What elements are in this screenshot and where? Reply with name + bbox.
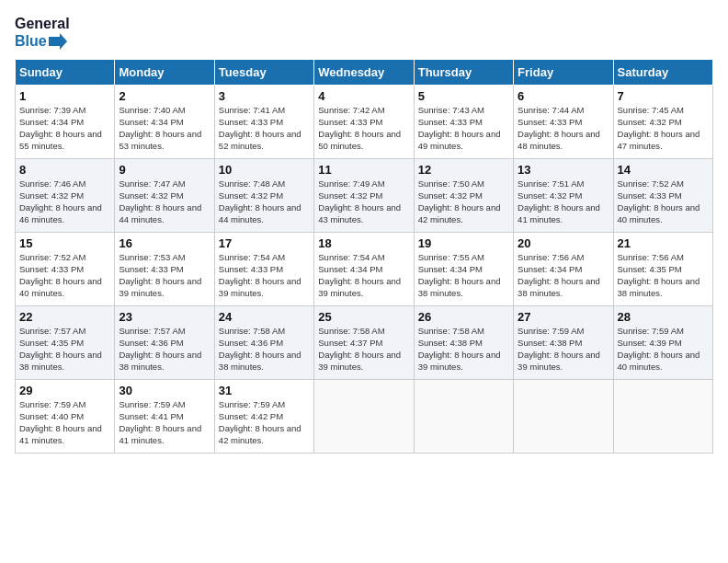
- day-number: 29: [19, 384, 110, 397]
- cell-info: Sunrise: 7:57 AMSunset: 4:35 PMDaylight:…: [19, 326, 110, 373]
- calendar-cell: 22Sunrise: 7:57 AMSunset: 4:35 PMDayligh…: [16, 306, 115, 380]
- calendar-cell: 29Sunrise: 7:59 AMSunset: 4:40 PMDayligh…: [16, 380, 115, 454]
- day-number: 21: [618, 236, 709, 250]
- cell-info: Sunrise: 7:50 AMSunset: 4:32 PMDaylight:…: [418, 178, 509, 225]
- day-header-wednesday: Wednesday: [314, 60, 414, 86]
- calendar-cell: 25Sunrise: 7:58 AMSunset: 4:37 PMDayligh…: [314, 306, 414, 380]
- day-number: 20: [518, 236, 609, 250]
- calendar-cell: 23Sunrise: 7:57 AMSunset: 4:36 PMDayligh…: [115, 306, 214, 380]
- day-number: 24: [219, 310, 310, 324]
- cell-info: Sunrise: 7:59 AMSunset: 4:40 PMDaylight:…: [19, 399, 110, 446]
- cell-info: Sunrise: 7:39 AMSunset: 4:34 PMDaylight:…: [19, 105, 110, 152]
- day-number: 3: [219, 89, 310, 103]
- day-number: 15: [19, 236, 110, 250]
- day-header-tuesday: Tuesday: [214, 60, 313, 86]
- day-number: 6: [518, 89, 609, 103]
- day-number: 14: [618, 163, 709, 177]
- cell-info: Sunrise: 7:44 AMSunset: 4:33 PMDaylight:…: [518, 105, 609, 152]
- cell-info: Sunrise: 7:59 AMSunset: 4:42 PMDaylight:…: [219, 399, 310, 446]
- calendar-cell: 19Sunrise: 7:55 AMSunset: 4:34 PMDayligh…: [414, 233, 513, 306]
- cell-info: Sunrise: 7:45 AMSunset: 4:32 PMDaylight:…: [618, 105, 709, 152]
- week-row-5: 29Sunrise: 7:59 AMSunset: 4:40 PMDayligh…: [16, 380, 713, 454]
- calendar-cell: 2Sunrise: 7:40 AMSunset: 4:34 PMDaylight…: [115, 86, 214, 159]
- week-row-2: 8Sunrise: 7:46 AMSunset: 4:32 PMDaylight…: [16, 159, 713, 233]
- cell-info: Sunrise: 7:54 AMSunset: 4:34 PMDaylight:…: [318, 252, 409, 299]
- calendar-cell: [414, 380, 513, 454]
- calendar-cell: 21Sunrise: 7:56 AMSunset: 4:35 PMDayligh…: [613, 233, 712, 306]
- day-header-saturday: Saturday: [613, 60, 712, 86]
- logo-text-general: General: [15, 15, 70, 32]
- cell-info: Sunrise: 7:49 AMSunset: 4:32 PMDaylight:…: [318, 178, 409, 225]
- calendar-cell: [314, 380, 414, 454]
- calendar-cell: 16Sunrise: 7:53 AMSunset: 4:33 PMDayligh…: [115, 233, 214, 306]
- calendar-cell: 15Sunrise: 7:52 AMSunset: 4:33 PMDayligh…: [16, 233, 115, 306]
- calendar-cell: 13Sunrise: 7:51 AMSunset: 4:32 PMDayligh…: [514, 159, 613, 233]
- cell-info: Sunrise: 7:52 AMSunset: 4:33 PMDaylight:…: [618, 178, 709, 225]
- day-number: 12: [418, 163, 509, 177]
- calendar-cell: 27Sunrise: 7:59 AMSunset: 4:38 PMDayligh…: [514, 306, 613, 380]
- day-number: 16: [119, 236, 210, 250]
- week-row-3: 15Sunrise: 7:52 AMSunset: 4:33 PMDayligh…: [16, 233, 713, 306]
- day-number: 31: [219, 384, 310, 397]
- calendar-cell: 8Sunrise: 7:46 AMSunset: 4:32 PMDaylight…: [16, 159, 115, 233]
- cell-info: Sunrise: 7:59 AMSunset: 4:39 PMDaylight:…: [618, 326, 709, 373]
- day-number: 26: [418, 310, 509, 324]
- calendar-cell: 30Sunrise: 7:59 AMSunset: 4:41 PMDayligh…: [115, 380, 214, 454]
- cell-info: Sunrise: 7:53 AMSunset: 4:33 PMDaylight:…: [119, 252, 210, 299]
- calendar-table: SundayMondayTuesdayWednesdayThursdayFrid…: [15, 59, 713, 454]
- header-row: SundayMondayTuesdayWednesdayThursdayFrid…: [16, 60, 713, 86]
- calendar-cell: 10Sunrise: 7:48 AMSunset: 4:32 PMDayligh…: [214, 159, 313, 233]
- day-number: 2: [119, 89, 210, 103]
- day-number: 18: [318, 236, 409, 250]
- calendar-cell: 9Sunrise: 7:47 AMSunset: 4:32 PMDaylight…: [115, 159, 214, 233]
- day-header-monday: Monday: [115, 60, 214, 86]
- day-number: 28: [618, 310, 709, 324]
- day-header-friday: Friday: [514, 60, 613, 86]
- cell-info: Sunrise: 7:56 AMSunset: 4:34 PMDaylight:…: [518, 252, 609, 299]
- cell-info: Sunrise: 7:59 AMSunset: 4:41 PMDaylight:…: [119, 399, 210, 446]
- calendar-cell: 26Sunrise: 7:58 AMSunset: 4:38 PMDayligh…: [414, 306, 513, 380]
- calendar-cell: 3Sunrise: 7:41 AMSunset: 4:33 PMDaylight…: [214, 86, 313, 159]
- day-number: 8: [19, 163, 110, 177]
- cell-info: Sunrise: 7:48 AMSunset: 4:32 PMDaylight:…: [219, 178, 310, 225]
- cell-info: Sunrise: 7:58 AMSunset: 4:37 PMDaylight:…: [318, 326, 409, 373]
- calendar-cell: 7Sunrise: 7:45 AMSunset: 4:32 PMDaylight…: [613, 86, 712, 159]
- calendar-cell: 18Sunrise: 7:54 AMSunset: 4:34 PMDayligh…: [314, 233, 414, 306]
- cell-info: Sunrise: 7:52 AMSunset: 4:33 PMDaylight:…: [19, 252, 110, 299]
- day-number: 25: [318, 310, 409, 324]
- cell-info: Sunrise: 7:56 AMSunset: 4:35 PMDaylight:…: [618, 252, 709, 299]
- day-number: 11: [318, 163, 409, 177]
- cell-info: Sunrise: 7:47 AMSunset: 4:32 PMDaylight:…: [119, 178, 210, 225]
- cell-info: Sunrise: 7:58 AMSunset: 4:38 PMDaylight:…: [418, 326, 509, 373]
- day-number: 17: [219, 236, 310, 250]
- cell-info: Sunrise: 7:57 AMSunset: 4:36 PMDaylight:…: [119, 326, 210, 373]
- cell-info: Sunrise: 7:46 AMSunset: 4:32 PMDaylight:…: [19, 178, 110, 225]
- calendar-cell: 4Sunrise: 7:42 AMSunset: 4:33 PMDaylight…: [314, 86, 414, 159]
- logo-arrow-icon: [49, 33, 67, 50]
- day-number: 13: [518, 163, 609, 177]
- week-row-4: 22Sunrise: 7:57 AMSunset: 4:35 PMDayligh…: [16, 306, 713, 380]
- calendar-cell: 12Sunrise: 7:50 AMSunset: 4:32 PMDayligh…: [414, 159, 513, 233]
- cell-info: Sunrise: 7:54 AMSunset: 4:33 PMDaylight:…: [219, 252, 310, 299]
- calendar-cell: 11Sunrise: 7:49 AMSunset: 4:32 PMDayligh…: [314, 159, 414, 233]
- calendar-cell: 24Sunrise: 7:58 AMSunset: 4:36 PMDayligh…: [214, 306, 313, 380]
- calendar-cell: [514, 380, 613, 454]
- day-number: 19: [418, 236, 509, 250]
- logo-graphic: General Blue: [15, 15, 70, 50]
- day-number: 23: [119, 310, 210, 324]
- cell-info: Sunrise: 7:55 AMSunset: 4:34 PMDaylight:…: [418, 252, 509, 299]
- day-number: 27: [518, 310, 609, 324]
- calendar-cell: 20Sunrise: 7:56 AMSunset: 4:34 PMDayligh…: [514, 233, 613, 306]
- cell-info: Sunrise: 7:51 AMSunset: 4:32 PMDaylight:…: [518, 178, 609, 225]
- day-number: 10: [219, 163, 310, 177]
- day-number: 1: [19, 89, 110, 103]
- cell-info: Sunrise: 7:43 AMSunset: 4:33 PMDaylight:…: [418, 105, 509, 152]
- svg-marker-0: [49, 33, 67, 50]
- calendar-cell: 31Sunrise: 7:59 AMSunset: 4:42 PMDayligh…: [214, 380, 313, 454]
- calendar-cell: 6Sunrise: 7:44 AMSunset: 4:33 PMDaylight…: [514, 86, 613, 159]
- day-number: 9: [119, 163, 210, 177]
- calendar-cell: [613, 380, 712, 454]
- cell-info: Sunrise: 7:42 AMSunset: 4:33 PMDaylight:…: [318, 105, 409, 152]
- calendar-cell: 5Sunrise: 7:43 AMSunset: 4:33 PMDaylight…: [414, 86, 513, 159]
- calendar-cell: 17Sunrise: 7:54 AMSunset: 4:33 PMDayligh…: [214, 233, 313, 306]
